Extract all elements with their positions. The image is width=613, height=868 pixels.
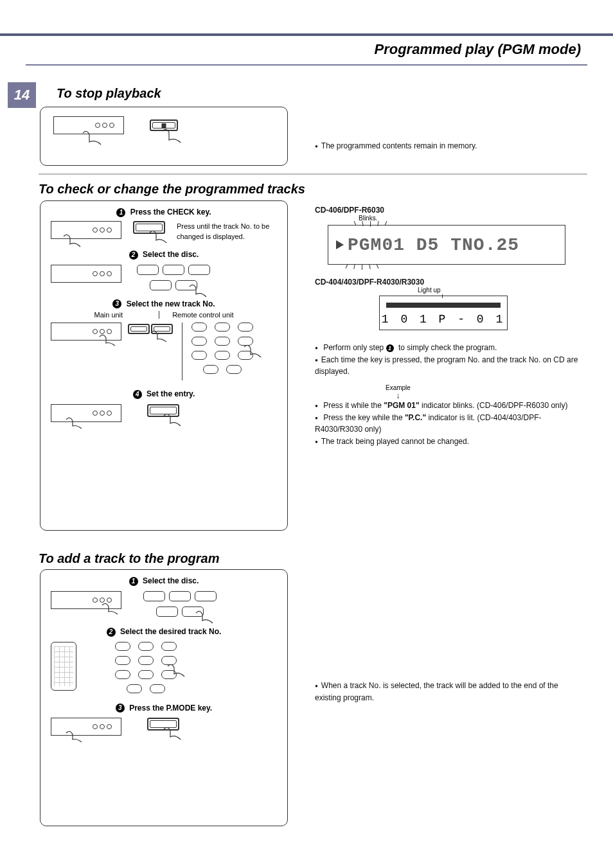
model-a-label: CD-406/DPF-R6030: [315, 206, 384, 215]
model-b-label: CD-404/403/DPF-R4030/R3030: [315, 278, 424, 287]
main-unit-label: Main unit: [94, 311, 123, 319]
step-number-4: 4: [133, 390, 142, 399]
step1-subtext: Press until the track No. to be changed …: [177, 221, 277, 242]
remote-numpad-figure: [191, 323, 253, 374]
check-note-1: Perform only step 1 to simply check the …: [315, 342, 585, 354]
press-finger-icon: [166, 664, 187, 680]
disc-keys-row1: [137, 265, 210, 275]
step-number-3: 3: [112, 299, 121, 308]
panel-check: 1 Press the CHECK key. Press until the t…: [40, 200, 288, 531]
remote-numpad-figure: [115, 642, 177, 693]
header-title: Programmed play (PGM mode): [374, 41, 581, 58]
panel-stop: [40, 107, 288, 166]
step4-label: Set the entry.: [147, 389, 195, 398]
check-note-3: Press it while the "PGM 01" indicator bl…: [315, 400, 585, 412]
press-finger-icon: [243, 344, 263, 361]
press-finger-icon: [150, 330, 169, 344]
step-number-3: 3: [116, 704, 125, 713]
press-finger-icon: [82, 130, 105, 148]
press-finger-icon: [148, 230, 169, 245]
step-number-1: 1: [129, 577, 138, 586]
lightup-label: Light up: [418, 287, 441, 294]
press-finger-icon: [98, 334, 118, 348]
add-step2-label: Select the desired track No.: [120, 627, 221, 636]
press-finger-icon: [65, 731, 84, 745]
main-unit-figure: [51, 404, 121, 422]
step-number-2: 2: [129, 251, 138, 260]
step1-label: Press the CHECK key.: [130, 208, 211, 217]
disc-keys-row1: [143, 591, 217, 601]
top-rule: [0, 33, 613, 36]
add-note: When a track No. is selected, the track …: [315, 680, 585, 704]
main-unit-figure: [51, 221, 121, 239]
stop-note: The programmed contents remain in memory…: [315, 140, 585, 152]
section-add-title: To add a track to the program: [39, 551, 220, 566]
section-stop-title: To stop playback: [57, 86, 161, 101]
display-a-text: PGM01 D5 TNO.25: [348, 235, 519, 255]
press-finger-icon: [101, 603, 120, 617]
step2-label: Select the disc.: [143, 250, 199, 259]
main-unit-figure: [51, 718, 121, 736]
press-finger-icon: [163, 727, 183, 742]
display-cd404: 1 0 1 P - 0 1: [379, 296, 508, 330]
header-divider: [26, 64, 587, 66]
press-finger-icon: [195, 610, 217, 627]
press-finger-icon: [163, 413, 183, 429]
check-note-4: Press the key while the "P.C." indicator…: [315, 412, 585, 436]
page-number: 14: [8, 82, 36, 108]
section-divider: [39, 173, 587, 175]
display-b-text: 1 0 1 P - 0 1: [380, 313, 507, 326]
check-note-2: Each time the key is pressed, the progra…: [315, 354, 585, 378]
remote-unit-label: Remote control unit: [159, 311, 233, 319]
step3-label: Select the new track No.: [127, 299, 215, 308]
main-unit-figure: [51, 265, 121, 283]
prev-track-key: [128, 324, 150, 334]
remote-figure: [51, 642, 76, 691]
check-note-5: The track being played cannot be changed…: [315, 436, 585, 448]
step-number-1: 1: [116, 208, 125, 217]
add-step3-label: Press the P.MODE key.: [129, 704, 212, 713]
example-label: Example ↓: [386, 384, 411, 400]
step-number-2: 2: [107, 628, 116, 637]
press-finger-icon: [161, 128, 184, 146]
press-finger-icon: [188, 284, 210, 301]
press-finger-icon: [65, 417, 84, 431]
press-finger-icon: [62, 234, 83, 249]
display-cd406: PGM01 D5 TNO.25: [328, 225, 565, 265]
panel-add: 1 Select the disc. 2: [40, 569, 288, 826]
section-check-title: To check or change the programmed tracks: [39, 182, 305, 197]
add-step1-label: Select the disc.: [143, 576, 199, 585]
